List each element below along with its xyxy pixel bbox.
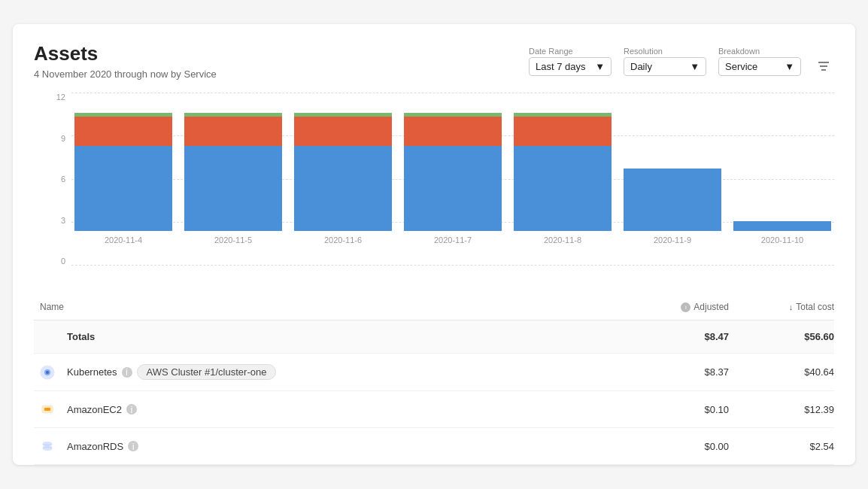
main-card: Assets 4 November 2020 through now by Se…	[13, 24, 855, 465]
row-adjusted: $8.37	[624, 366, 729, 378]
bar-segment-blue	[733, 221, 831, 231]
bar-label: 2020-11-6	[324, 235, 362, 244]
bar-segment-blue	[74, 146, 172, 231]
info-icon[interactable]: i	[122, 367, 132, 378]
breakdown-label: Breakdown	[718, 47, 801, 56]
totals-adjusted: $8.47	[624, 331, 729, 342]
row-name-label: Kubernetes	[67, 366, 117, 378]
page-subtitle: 4 November 2020 through now by Service	[34, 68, 217, 80]
row-adjusted: $0.00	[624, 441, 729, 452]
bar-label: 2020-11-9	[654, 235, 691, 244]
bar-segment-red	[184, 117, 282, 145]
row-name-label: AmazonEC2	[67, 404, 122, 415]
bar-segment-blue	[184, 146, 282, 231]
bar-stack	[294, 113, 392, 231]
bar-label: 2020-11-5	[214, 235, 252, 244]
controls-area: Date Range Last 7 days ▼ Resolution Dail…	[529, 42, 834, 80]
bar-segment-blue	[624, 169, 721, 231]
breakdown-value: Service	[725, 61, 757, 72]
svg-point-5	[46, 371, 49, 374]
col-name-header: Name	[34, 302, 624, 312]
table-header: Name i Adjusted ↓ Total cost	[34, 294, 834, 320]
bar-group: 2020-11-5	[181, 113, 285, 244]
row-name: AmazonRDS i	[61, 441, 624, 452]
bar-group: 2020-11-9	[621, 169, 724, 244]
table-row: AmazonEC2 i $0.10 $12.39	[34, 391, 834, 428]
filter-icon[interactable]	[813, 56, 834, 80]
breakdown-select[interactable]: Service ▼	[718, 57, 801, 76]
bar-stack	[514, 113, 612, 231]
row-totalcost: $12.39	[729, 404, 834, 415]
bar-group: 2020-11-7	[401, 113, 505, 244]
y-axis: 0 3 6 9 12	[34, 93, 70, 266]
svg-point-10	[43, 447, 52, 451]
sort-icon[interactable]: ↓	[789, 302, 794, 311]
bar-label: 2020-11-10	[761, 235, 803, 244]
table-row: Kubernetes i AWS Cluster #1/cluster-one …	[34, 354, 834, 391]
bar-segment-red	[294, 117, 392, 145]
chevron-down-icon: ▼	[595, 61, 605, 72]
bar-segment-red	[514, 117, 612, 145]
totals-name: Totals	[61, 331, 624, 342]
bar-label: 2020-11-4	[105, 235, 142, 244]
info-icon[interactable]: i	[128, 441, 138, 451]
breakdown-control: Breakdown Service ▼	[718, 47, 801, 76]
row-icon-kubernetes	[34, 365, 61, 380]
y-tick: 6	[61, 175, 65, 184]
bar-stack	[624, 169, 721, 231]
totals-row: Totals $8.47 $56.60	[34, 320, 834, 354]
bar-stack	[404, 113, 502, 231]
resolution-control: Resolution Daily ▼	[624, 47, 706, 76]
y-tick: 9	[61, 134, 65, 143]
bar-stack	[733, 221, 831, 231]
info-icon[interactable]: i	[126, 404, 137, 415]
row-totalcost: $40.64	[729, 366, 834, 378]
bar-group: 2020-11-4	[71, 113, 175, 244]
y-tick: 12	[56, 93, 65, 102]
bar-group: 2020-11-6	[291, 113, 395, 244]
bars-container: 2020-11-42020-11-52020-11-62020-11-72020…	[71, 93, 834, 266]
resolution-value: Daily	[630, 61, 652, 72]
y-tick: 0	[61, 257, 65, 266]
col-totalcost-header: ↓ Total cost	[729, 302, 834, 312]
bar-segment-blue	[514, 146, 612, 231]
table-section: Name i Adjusted ↓ Total cost Totals $8.4…	[34, 294, 834, 465]
chart-area: 0 3 6 9 12 2020-11-42020-11-52020-11-620…	[34, 93, 834, 288]
table-row: AmazonRDS i $0.00 $2.54	[34, 428, 834, 465]
bar-label: 2020-11-8	[544, 235, 581, 244]
row-icon-ec2	[34, 402, 61, 417]
bar-label: 2020-11-7	[434, 235, 472, 244]
y-tick: 3	[61, 216, 65, 225]
bar-segment-blue	[404, 146, 502, 231]
col-adjusted-header: i Adjusted	[624, 302, 729, 312]
bar-stack	[184, 113, 282, 231]
data-rows: Kubernetes i AWS Cluster #1/cluster-one …	[34, 354, 834, 465]
bar-segment-blue	[294, 146, 392, 231]
bar-group: 2020-11-8	[511, 113, 615, 244]
bar-stack	[74, 113, 172, 231]
row-name: AmazonEC2 i	[61, 404, 624, 415]
page-title: Assets	[34, 42, 217, 65]
chevron-down-icon: ▼	[690, 61, 700, 72]
row-name: Kubernetes i AWS Cluster #1/cluster-one	[61, 364, 624, 380]
row-adjusted: $0.10	[624, 404, 729, 415]
date-range-label: Date Range	[529, 47, 612, 56]
svg-rect-7	[44, 408, 50, 411]
row-icon-rds	[34, 439, 61, 454]
date-range-value: Last 7 days	[536, 61, 586, 72]
date-range-control: Date Range Last 7 days ▼	[529, 47, 612, 76]
title-block: Assets 4 November 2020 through now by Se…	[34, 42, 217, 80]
bar-group: 2020-11-10	[730, 221, 834, 244]
row-name-label: AmazonRDS	[67, 441, 123, 452]
chevron-down-icon: ▼	[785, 61, 794, 72]
row-totalcost: $2.54	[729, 441, 834, 452]
resolution-label: Resolution	[624, 47, 706, 56]
bar-segment-red	[74, 117, 172, 145]
resolution-select[interactable]: Daily ▼	[624, 57, 706, 76]
date-range-select[interactable]: Last 7 days ▼	[529, 57, 612, 76]
bar-segment-red	[404, 117, 502, 145]
cluster-badge: AWS Cluster #1/cluster-one	[137, 364, 277, 380]
totals-totalcost: $56.60	[729, 331, 834, 342]
header: Assets 4 November 2020 through now by Se…	[34, 42, 834, 80]
info-icon[interactable]: i	[681, 302, 690, 312]
